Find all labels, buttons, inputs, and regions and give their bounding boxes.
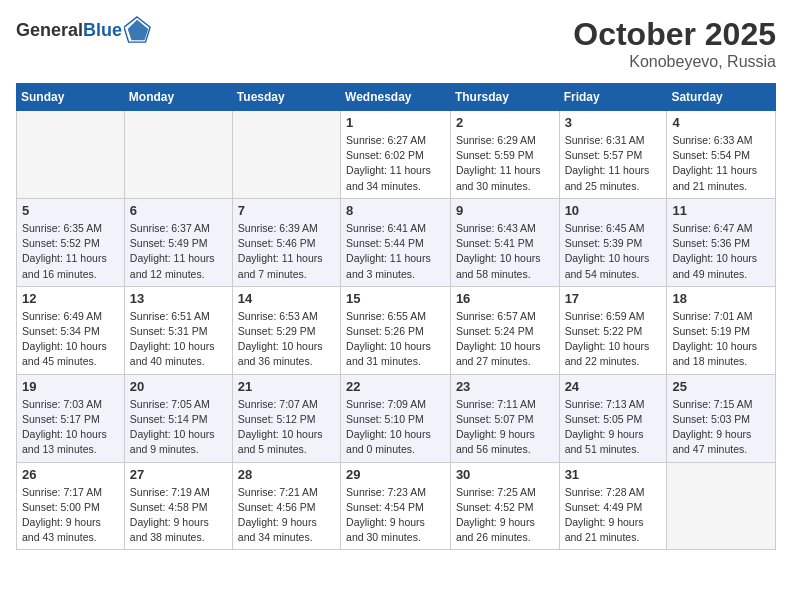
calendar-day: 18Sunrise: 7:01 AM Sunset: 5:19 PM Dayli… bbox=[667, 286, 776, 374]
calendar-day: 29Sunrise: 7:23 AM Sunset: 4:54 PM Dayli… bbox=[341, 462, 451, 550]
calendar-day: 20Sunrise: 7:05 AM Sunset: 5:14 PM Dayli… bbox=[124, 374, 232, 462]
day-number: 26 bbox=[22, 467, 119, 482]
day-info: Sunrise: 6:57 AM Sunset: 5:24 PM Dayligh… bbox=[456, 309, 554, 370]
day-info: Sunrise: 7:13 AM Sunset: 5:05 PM Dayligh… bbox=[565, 397, 662, 458]
day-header-thursday: Thursday bbox=[450, 84, 559, 111]
day-number: 31 bbox=[565, 467, 662, 482]
day-number: 19 bbox=[22, 379, 119, 394]
day-number: 30 bbox=[456, 467, 554, 482]
location: Konobeyevo, Russia bbox=[573, 53, 776, 71]
calendar-day: 10Sunrise: 6:45 AM Sunset: 5:39 PM Dayli… bbox=[559, 198, 667, 286]
day-info: Sunrise: 6:41 AM Sunset: 5:44 PM Dayligh… bbox=[346, 221, 445, 282]
day-info: Sunrise: 6:51 AM Sunset: 5:31 PM Dayligh… bbox=[130, 309, 227, 370]
day-info: Sunrise: 6:59 AM Sunset: 5:22 PM Dayligh… bbox=[565, 309, 662, 370]
day-number: 18 bbox=[672, 291, 770, 306]
calendar-day: 8Sunrise: 6:41 AM Sunset: 5:44 PM Daylig… bbox=[341, 198, 451, 286]
day-number: 29 bbox=[346, 467, 445, 482]
month-title: October 2025 bbox=[573, 16, 776, 53]
day-info: Sunrise: 7:23 AM Sunset: 4:54 PM Dayligh… bbox=[346, 485, 445, 546]
day-number: 16 bbox=[456, 291, 554, 306]
calendar-day: 28Sunrise: 7:21 AM Sunset: 4:56 PM Dayli… bbox=[232, 462, 340, 550]
day-info: Sunrise: 7:03 AM Sunset: 5:17 PM Dayligh… bbox=[22, 397, 119, 458]
day-header-sunday: Sunday bbox=[17, 84, 125, 111]
calendar-day: 27Sunrise: 7:19 AM Sunset: 4:58 PM Dayli… bbox=[124, 462, 232, 550]
calendar-week-row: 26Sunrise: 7:17 AM Sunset: 5:00 PM Dayli… bbox=[17, 462, 776, 550]
logo-general: General bbox=[16, 20, 83, 40]
title-block: October 2025 Konobeyevo, Russia bbox=[573, 16, 776, 71]
calendar-table: SundayMondayTuesdayWednesdayThursdayFrid… bbox=[16, 83, 776, 550]
day-header-saturday: Saturday bbox=[667, 84, 776, 111]
calendar-day: 2Sunrise: 6:29 AM Sunset: 5:59 PM Daylig… bbox=[450, 111, 559, 199]
day-info: Sunrise: 6:43 AM Sunset: 5:41 PM Dayligh… bbox=[456, 221, 554, 282]
day-number: 21 bbox=[238, 379, 335, 394]
day-number: 7 bbox=[238, 203, 335, 218]
day-number: 15 bbox=[346, 291, 445, 306]
calendar-week-row: 5Sunrise: 6:35 AM Sunset: 5:52 PM Daylig… bbox=[17, 198, 776, 286]
day-info: Sunrise: 7:17 AM Sunset: 5:00 PM Dayligh… bbox=[22, 485, 119, 546]
day-info: Sunrise: 6:39 AM Sunset: 5:46 PM Dayligh… bbox=[238, 221, 335, 282]
calendar-day: 30Sunrise: 7:25 AM Sunset: 4:52 PM Dayli… bbox=[450, 462, 559, 550]
day-number: 23 bbox=[456, 379, 554, 394]
logo: GeneralBlue bbox=[16, 16, 152, 44]
calendar-day: 21Sunrise: 7:07 AM Sunset: 5:12 PM Dayli… bbox=[232, 374, 340, 462]
day-info: Sunrise: 6:45 AM Sunset: 5:39 PM Dayligh… bbox=[565, 221, 662, 282]
calendar-day bbox=[232, 111, 340, 199]
day-number: 27 bbox=[130, 467, 227, 482]
day-info: Sunrise: 6:33 AM Sunset: 5:54 PM Dayligh… bbox=[672, 133, 770, 194]
calendar-week-row: 12Sunrise: 6:49 AM Sunset: 5:34 PM Dayli… bbox=[17, 286, 776, 374]
logo-blue: Blue bbox=[83, 20, 122, 40]
calendar-day: 15Sunrise: 6:55 AM Sunset: 5:26 PM Dayli… bbox=[341, 286, 451, 374]
day-number: 25 bbox=[672, 379, 770, 394]
day-number: 28 bbox=[238, 467, 335, 482]
calendar-day: 11Sunrise: 6:47 AM Sunset: 5:36 PM Dayli… bbox=[667, 198, 776, 286]
day-number: 14 bbox=[238, 291, 335, 306]
day-number: 3 bbox=[565, 115, 662, 130]
day-number: 17 bbox=[565, 291, 662, 306]
day-info: Sunrise: 6:27 AM Sunset: 6:02 PM Dayligh… bbox=[346, 133, 445, 194]
calendar-day: 19Sunrise: 7:03 AM Sunset: 5:17 PM Dayli… bbox=[17, 374, 125, 462]
calendar-day: 12Sunrise: 6:49 AM Sunset: 5:34 PM Dayli… bbox=[17, 286, 125, 374]
day-info: Sunrise: 7:15 AM Sunset: 5:03 PM Dayligh… bbox=[672, 397, 770, 458]
day-info: Sunrise: 6:37 AM Sunset: 5:49 PM Dayligh… bbox=[130, 221, 227, 282]
calendar-day: 4Sunrise: 6:33 AM Sunset: 5:54 PM Daylig… bbox=[667, 111, 776, 199]
day-info: Sunrise: 6:35 AM Sunset: 5:52 PM Dayligh… bbox=[22, 221, 119, 282]
day-info: Sunrise: 7:07 AM Sunset: 5:12 PM Dayligh… bbox=[238, 397, 335, 458]
calendar-header-row: SundayMondayTuesdayWednesdayThursdayFrid… bbox=[17, 84, 776, 111]
day-number: 4 bbox=[672, 115, 770, 130]
day-number: 11 bbox=[672, 203, 770, 218]
calendar-day: 6Sunrise: 6:37 AM Sunset: 5:49 PM Daylig… bbox=[124, 198, 232, 286]
day-info: Sunrise: 6:55 AM Sunset: 5:26 PM Dayligh… bbox=[346, 309, 445, 370]
calendar-day: 13Sunrise: 6:51 AM Sunset: 5:31 PM Dayli… bbox=[124, 286, 232, 374]
calendar-day: 24Sunrise: 7:13 AM Sunset: 5:05 PM Dayli… bbox=[559, 374, 667, 462]
day-info: Sunrise: 7:19 AM Sunset: 4:58 PM Dayligh… bbox=[130, 485, 227, 546]
day-number: 24 bbox=[565, 379, 662, 394]
day-info: Sunrise: 6:53 AM Sunset: 5:29 PM Dayligh… bbox=[238, 309, 335, 370]
day-info: Sunrise: 7:11 AM Sunset: 5:07 PM Dayligh… bbox=[456, 397, 554, 458]
calendar-day: 7Sunrise: 6:39 AM Sunset: 5:46 PM Daylig… bbox=[232, 198, 340, 286]
calendar-week-row: 1Sunrise: 6:27 AM Sunset: 6:02 PM Daylig… bbox=[17, 111, 776, 199]
day-info: Sunrise: 6:29 AM Sunset: 5:59 PM Dayligh… bbox=[456, 133, 554, 194]
day-number: 6 bbox=[130, 203, 227, 218]
calendar-day bbox=[667, 462, 776, 550]
calendar-day: 22Sunrise: 7:09 AM Sunset: 5:10 PM Dayli… bbox=[341, 374, 451, 462]
calendar-day bbox=[124, 111, 232, 199]
day-info: Sunrise: 7:05 AM Sunset: 5:14 PM Dayligh… bbox=[130, 397, 227, 458]
day-info: Sunrise: 6:47 AM Sunset: 5:36 PM Dayligh… bbox=[672, 221, 770, 282]
day-number: 10 bbox=[565, 203, 662, 218]
calendar-day: 1Sunrise: 6:27 AM Sunset: 6:02 PM Daylig… bbox=[341, 111, 451, 199]
day-header-monday: Monday bbox=[124, 84, 232, 111]
calendar-day: 16Sunrise: 6:57 AM Sunset: 5:24 PM Dayli… bbox=[450, 286, 559, 374]
calendar-week-row: 19Sunrise: 7:03 AM Sunset: 5:17 PM Dayli… bbox=[17, 374, 776, 462]
calendar-day: 25Sunrise: 7:15 AM Sunset: 5:03 PM Dayli… bbox=[667, 374, 776, 462]
calendar-day: 5Sunrise: 6:35 AM Sunset: 5:52 PM Daylig… bbox=[17, 198, 125, 286]
calendar-day: 14Sunrise: 6:53 AM Sunset: 5:29 PM Dayli… bbox=[232, 286, 340, 374]
day-info: Sunrise: 6:31 AM Sunset: 5:57 PM Dayligh… bbox=[565, 133, 662, 194]
day-number: 13 bbox=[130, 291, 227, 306]
day-number: 1 bbox=[346, 115, 445, 130]
day-info: Sunrise: 7:01 AM Sunset: 5:19 PM Dayligh… bbox=[672, 309, 770, 370]
day-number: 5 bbox=[22, 203, 119, 218]
logo-icon bbox=[124, 16, 152, 44]
calendar-day: 9Sunrise: 6:43 AM Sunset: 5:41 PM Daylig… bbox=[450, 198, 559, 286]
day-number: 12 bbox=[22, 291, 119, 306]
day-info: Sunrise: 7:09 AM Sunset: 5:10 PM Dayligh… bbox=[346, 397, 445, 458]
